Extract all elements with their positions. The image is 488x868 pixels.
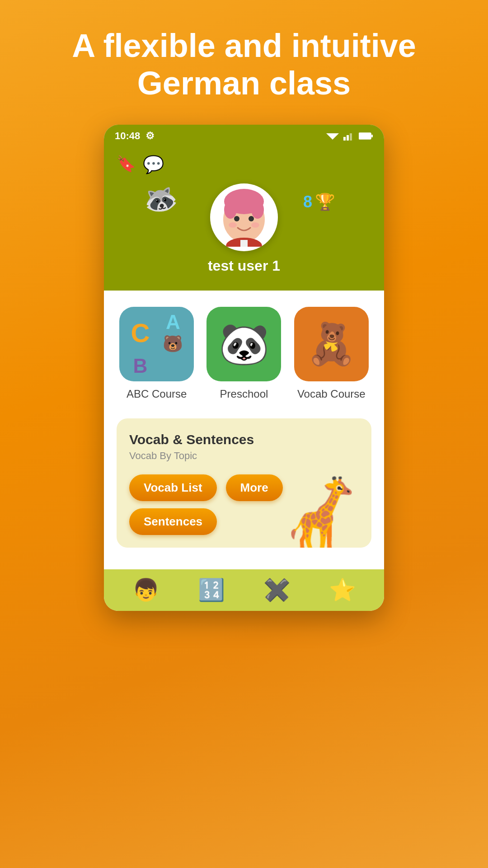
avatar-face	[217, 188, 271, 247]
bookmark-icon[interactable]: 🔖	[117, 155, 136, 174]
abc-course-label: ABC Course	[127, 388, 187, 400]
svg-point-10	[234, 216, 239, 221]
app-header: 🔖 💬 🦝	[104, 147, 384, 291]
math-icon: ✖️	[263, 577, 291, 603]
hero-section: A flexible and intuitive German class	[36, 27, 452, 102]
vocab-course-icon: 🧸	[294, 307, 369, 381]
vocab-list-button[interactable]: Vocab List	[129, 474, 217, 501]
status-time: 10:48	[115, 130, 140, 142]
more-button[interactable]: More	[226, 474, 283, 501]
bottom-nav: 👦 🔢 ✖️ ⭐	[104, 569, 384, 611]
svg-point-12	[229, 222, 237, 228]
svg-point-8	[224, 201, 237, 219]
svg-rect-3	[350, 133, 352, 141]
svg-point-11	[249, 216, 254, 221]
content-area: A C 🐻 B ABC Course 🐼 Preschool 🧸	[104, 291, 384, 569]
svg-point-9	[251, 201, 264, 219]
header-icons: 🔖 💬	[117, 155, 371, 174]
student-icon: 👦	[132, 577, 160, 603]
chat-icon[interactable]: 💬	[143, 155, 164, 174]
signal-icon	[343, 131, 354, 141]
nav-item-math[interactable]: ✖️	[263, 577, 291, 603]
nav-item-numbers[interactable]: 🔢	[198, 577, 225, 603]
status-left: 10:48 ⚙	[115, 130, 155, 142]
profile-section: 🦝	[117, 179, 371, 251]
trophy-badge: 8 🏆	[303, 192, 335, 211]
course-card-vocab[interactable]: 🧸 Vocab Course	[294, 307, 369, 400]
preschool-course-label: Preschool	[220, 388, 268, 400]
svg-rect-1	[343, 137, 346, 141]
vocab-course-label: Vocab Course	[297, 388, 366, 400]
vocab-card-subtitle: Vocab By Topic	[129, 450, 359, 462]
vocab-card-title: Vocab & Sentences	[129, 432, 359, 447]
svg-rect-4	[359, 133, 371, 139]
status-right	[326, 131, 373, 141]
hero-line1: A flexible and intuitive	[72, 27, 416, 65]
nav-item-student[interactable]: 👦	[132, 577, 160, 603]
gear-icon: ⚙	[145, 130, 155, 142]
svg-rect-5	[371, 135, 373, 137]
preschool-course-icon: 🐼	[206, 307, 281, 381]
nav-item-star[interactable]: ⭐	[329, 577, 356, 603]
battery-icon	[359, 132, 373, 140]
vocab-sentences-card: Vocab & Sentences Vocab By Topic Vocab L…	[117, 418, 371, 548]
wifi-icon	[326, 131, 339, 141]
svg-marker-0	[326, 133, 339, 140]
course-card-abc[interactable]: A C 🐻 B ABC Course	[119, 307, 194, 400]
trophy-icon: 🏆	[315, 192, 335, 211]
avatar[interactable]	[210, 183, 278, 251]
svg-rect-2	[347, 135, 349, 141]
course-card-preschool[interactable]: 🐼 Preschool	[206, 307, 281, 400]
giraffe-decoration: 🦒	[277, 480, 367, 548]
abc-course-icon: A C 🐻 B	[119, 307, 194, 381]
course-row: A C 🐻 B ABC Course 🐼 Preschool 🧸	[117, 307, 371, 400]
svg-point-13	[251, 222, 259, 228]
trophy-count: 8	[303, 192, 312, 211]
numbers-icon: 🔢	[198, 577, 225, 603]
hero-line2: German class	[72, 65, 416, 102]
username: test user 1	[117, 258, 371, 274]
phone-frame: 10:48 ⚙ 🔖 💬 🦝	[104, 125, 384, 611]
star-icon: ⭐	[329, 577, 356, 603]
sentences-button[interactable]: Sentences	[129, 508, 217, 535]
svg-rect-15	[240, 240, 248, 247]
status-bar: 10:48 ⚙	[104, 125, 384, 147]
raccoon-sticker: 🦝	[141, 181, 180, 218]
